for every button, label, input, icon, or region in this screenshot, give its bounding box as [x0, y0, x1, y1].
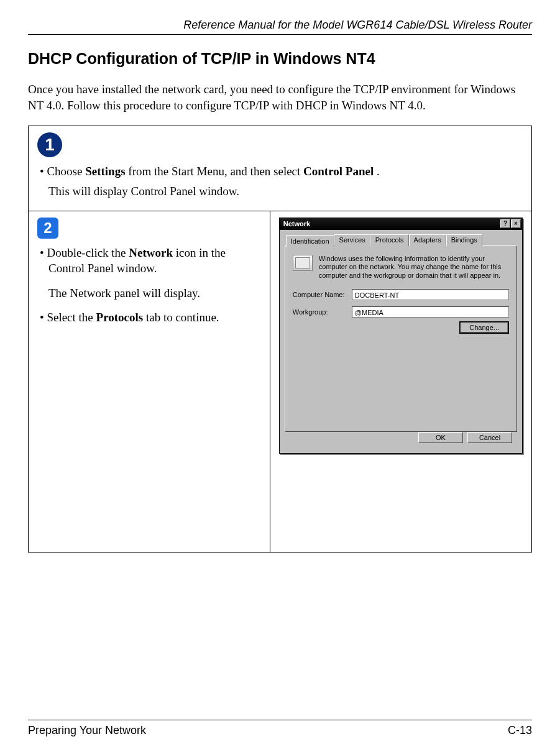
- identification-info-text: Windows uses the following information t…: [319, 255, 509, 280]
- help-button[interactable]: ?: [500, 219, 510, 228]
- step1-text-post: .: [377, 165, 380, 178]
- tab-identification[interactable]: Identification: [286, 235, 334, 247]
- cancel-button[interactable]: Cancel: [467, 432, 512, 443]
- page-title: DHCP Configuration of TCP/IP in Windows …: [28, 50, 532, 68]
- tab-bindings[interactable]: Bindings: [446, 234, 482, 246]
- computer-name-field[interactable]: DOCBERT-NT: [352, 289, 509, 300]
- step-2-text-cell: 2 Double-click the Network icon in the C…: [29, 211, 270, 553]
- computer-name-label: Computer Name:: [293, 291, 352, 298]
- footer-section: Preparing Your Network: [28, 724, 146, 737]
- tab-adapters[interactable]: Adapters: [409, 234, 446, 246]
- workgroup-label: Workgroup:: [293, 308, 352, 316]
- step1-bullet: Choose Settings from the Start Menu, and…: [48, 163, 523, 180]
- step1-line2: This will display Control Panel window.: [48, 183, 523, 199]
- page-footer: Preparing Your Network C-13: [28, 720, 532, 737]
- step1-text-mid: from the Start Menu, and then select: [128, 165, 303, 178]
- intro-paragraph: Once you have installed the network card…: [28, 81, 532, 113]
- manual-header: Reference Manual for the Model WGR614 Ca…: [28, 19, 532, 32]
- dialog-title: Network: [283, 220, 310, 227]
- step2-b2-post: tab to continue.: [146, 311, 219, 324]
- step2-b1-pre: Double-click the: [47, 246, 129, 259]
- tab-panel-identification: Windows uses the following information t…: [285, 245, 517, 432]
- step-2-image-cell: Network ? × Identification Services Prot…: [270, 211, 531, 553]
- tab-strip: Identification Services Protocols Adapte…: [285, 234, 517, 245]
- step2-b2-bold: Protocols: [96, 311, 144, 324]
- rule-top: [28, 34, 532, 35]
- step-badge-2: 2: [37, 218, 58, 239]
- change-button[interactable]: Change...: [459, 321, 509, 334]
- step1-bold-control-panel: Control Panel: [303, 165, 374, 178]
- step2-b2-pre: Select the: [47, 311, 96, 324]
- workgroup-field[interactable]: @MEDIA: [352, 306, 509, 318]
- step2-bullet1: Double-click the Network icon in the Con…: [48, 245, 261, 277]
- tab-protocols[interactable]: Protocols: [370, 234, 409, 246]
- close-button[interactable]: ×: [511, 219, 521, 228]
- step2-bullet2: Select the Protocols tab to continue.: [48, 310, 261, 326]
- step2-b1-bold: Network: [129, 246, 173, 259]
- network-dialog: Network ? × Identification Services Prot…: [279, 218, 523, 454]
- step1-bold-settings: Settings: [85, 165, 125, 178]
- step-badge-1: 1: [37, 132, 62, 157]
- computer-icon: [293, 255, 313, 271]
- ok-button[interactable]: OK: [418, 432, 463, 443]
- step2-after1: The Network panel will display.: [48, 285, 261, 301]
- dialog-titlebar[interactable]: Network ? ×: [280, 218, 522, 230]
- tab-services[interactable]: Services: [334, 234, 370, 246]
- steps-table: 1 Choose Settings from the Start Menu, a…: [28, 126, 532, 553]
- rule-bottom: [28, 720, 532, 720]
- footer-page-number: C-13: [508, 724, 532, 737]
- step1-text-pre: Choose: [47, 165, 85, 178]
- step-1-cell: 1 Choose Settings from the Start Menu, a…: [29, 126, 532, 211]
